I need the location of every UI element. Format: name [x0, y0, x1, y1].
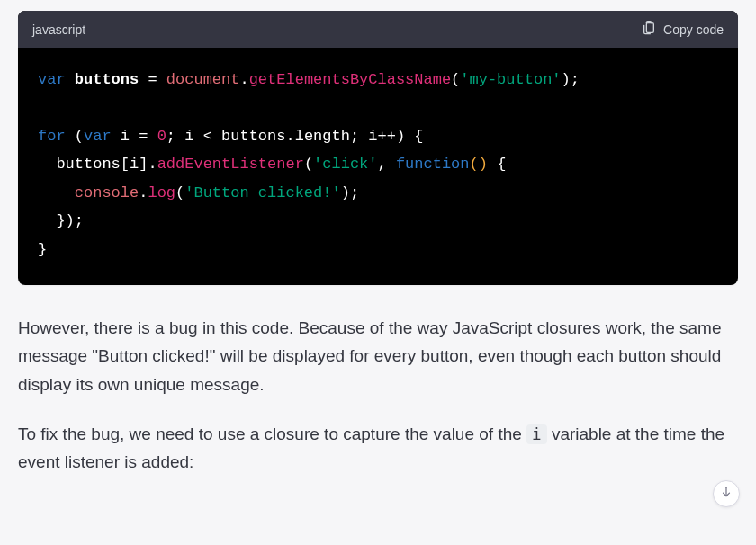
op-eq: =	[148, 71, 157, 88]
method-name: getElementsByClassName	[249, 71, 451, 88]
copy-code-button[interactable]: Copy code	[642, 20, 724, 39]
console-obj: console	[75, 184, 139, 201]
copy-code-label: Copy code	[663, 22, 724, 37]
paragraph-1: However, there is a bug in this code. Be…	[18, 314, 738, 398]
fn-args: ()	[470, 156, 488, 173]
scroll-down-button[interactable]	[713, 480, 740, 507]
code-block-header: javascript Copy code	[18, 11, 738, 48]
keyword-var: var	[38, 71, 66, 88]
code-block: javascript Copy code var buttons = docum…	[18, 11, 738, 285]
identifier: buttons	[75, 71, 139, 88]
string-literal: 'click'	[313, 156, 377, 173]
code-content[interactable]: var buttons = document.getElementsByClas…	[18, 48, 738, 285]
explanation-text: However, there is a bug in this code. Be…	[18, 314, 738, 477]
method-name: log	[148, 184, 176, 201]
svg-rect-0	[646, 23, 653, 33]
method-name: addEventListener	[158, 156, 304, 173]
number-literal: 0	[158, 128, 166, 145]
inline-code-i: i	[526, 424, 547, 444]
paragraph-2: To fix the bug, we need to use a closure…	[18, 420, 738, 477]
string-literal: 'my-button'	[460, 71, 561, 88]
keyword-for: for	[38, 128, 66, 145]
arrow-down-icon	[720, 486, 733, 502]
clipboard-icon	[642, 20, 656, 39]
p2-before: To fix the bug, we need to use a closure…	[18, 424, 526, 443]
document-obj: document	[166, 71, 240, 88]
property: length	[295, 128, 350, 145]
string-literal: 'Button clicked!'	[184, 184, 340, 201]
code-language-label: javascript	[32, 22, 86, 37]
keyword-function: function	[396, 156, 470, 173]
